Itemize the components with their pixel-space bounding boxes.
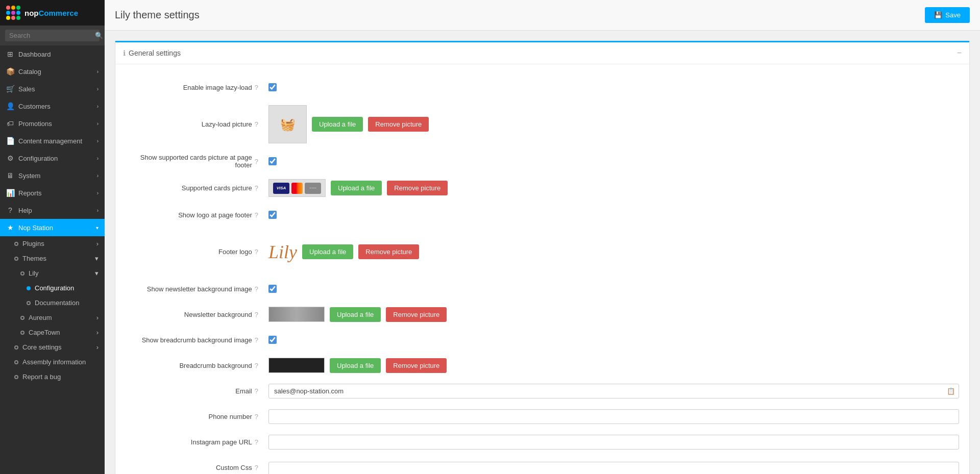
show-breadcrumb-bg-row: Show breadcrumb background image ? <box>115 327 969 353</box>
logo-dots <box>6 6 20 20</box>
sidebar-subitem-core-settings[interactable]: Core settings › <box>0 340 105 355</box>
sidebar-item-customers[interactable]: 👤 Customers › <box>0 97 105 115</box>
help-icon[interactable]: ? <box>255 285 258 293</box>
instagram-control <box>268 435 959 450</box>
sidebar-item-label: Configuration <box>18 155 58 162</box>
custom-css-textarea[interactable] <box>268 462 959 474</box>
help-icon[interactable]: ? <box>255 158 258 165</box>
show-newsletter-bg-checkbox[interactable] <box>268 285 277 293</box>
sidebar-subitem-report-bug[interactable]: Report a bug <box>0 369 105 384</box>
email-input[interactable] <box>268 384 959 398</box>
remove-newsletter-bg-button[interactable]: Remove picture <box>386 307 447 322</box>
show-breadcrumb-bg-checkbox[interactable] <box>268 336 277 344</box>
remove-footer-logo-button[interactable]: Remove picture <box>358 244 419 259</box>
enable-lazy-load-row: Enable image lazy-load ? <box>115 74 969 100</box>
sidebar-subitem-configuration[interactable]: Configuration <box>0 281 105 295</box>
sidebar-subitem-themes[interactable]: Themes ▾ <box>0 251 105 266</box>
sidebar-item-configuration[interactable]: ⚙ Configuration › <box>0 149 105 167</box>
sidebar-item-dashboard[interactable]: ⊞ Dashboard <box>0 45 105 63</box>
sidebar-item-label: Sales <box>18 85 35 93</box>
search-input-wrapper[interactable]: 🔍 <box>5 30 100 41</box>
help-icon[interactable]: ? <box>255 387 258 395</box>
instagram-input[interactable] <box>268 435 959 450</box>
help-icon[interactable]: ? <box>255 120 258 128</box>
sidebar-item-reports[interactable]: 📊 Reports › <box>0 184 105 202</box>
phone-row: Phone number ? <box>115 404 969 429</box>
help-icon[interactable]: ? <box>255 84 258 91</box>
upload-newsletter-bg-button[interactable]: Upload a file <box>330 307 381 322</box>
help-icon[interactable]: ? <box>255 184 258 192</box>
sidebar-item-label: Content management <box>18 137 82 145</box>
content-icon: 📄 <box>6 137 14 145</box>
sidebar-subitem-lily[interactable]: Lily ▾ <box>0 266 105 281</box>
mastercard-chip <box>291 183 303 194</box>
help-icon[interactable]: ? <box>255 248 258 256</box>
breadcrumb-bg-label: Breadcrumb background ? <box>126 362 268 369</box>
custom-css-row: Custom Css ? <box>115 455 969 474</box>
show-cards-checkbox[interactable] <box>268 157 277 165</box>
remove-cards-button[interactable]: Remove picture <box>387 181 448 195</box>
help-icon[interactable]: ? <box>255 311 258 318</box>
help-icon[interactable]: ? <box>255 464 258 471</box>
sidebar-subitem-plugins[interactable]: Plugins › <box>0 236 105 251</box>
sidebar-subitem-assembly-info[interactable]: Assembly information <box>0 355 105 369</box>
show-cards-label: Show supported cards picture at page foo… <box>126 154 268 169</box>
upload-cards-button[interactable]: Upload a file <box>331 181 382 195</box>
chevron-down-icon: ▾ <box>95 269 99 277</box>
circle-icon <box>14 242 18 246</box>
sidebar-item-nop-station[interactable]: ★ Nop Station ▾ <box>0 219 105 236</box>
logo-text: nopCommerce <box>24 9 78 17</box>
sidebar-item-label: CapeTown <box>29 329 60 336</box>
circle-icon <box>20 271 24 276</box>
dashboard-icon: ⊞ <box>6 50 14 58</box>
phone-input[interactable] <box>268 409 959 424</box>
sidebar-item-catalog[interactable]: 📦 Catalog › <box>0 63 105 80</box>
chevron-right-icon: › <box>96 314 99 321</box>
sidebar-item-label: Catalog <box>18 68 41 76</box>
search-input[interactable] <box>9 32 95 39</box>
email-control: 📋 <box>268 384 959 398</box>
chevron-right-icon: › <box>97 121 99 127</box>
copy-icon[interactable]: 📋 <box>947 387 955 395</box>
newsletter-bg-preview <box>268 307 325 322</box>
show-cards-control <box>268 157 959 165</box>
upload-breadcrumb-bg-button[interactable]: Upload a file <box>330 358 381 373</box>
sidebar: nopCommerce 🔍 ⊞ Dashboard 📦 Catalog › 🛒 … <box>0 0 105 474</box>
upload-footer-logo-button[interactable]: Upload a file <box>302 244 353 259</box>
search-icon: 🔍 <box>95 32 103 39</box>
search-box: 🔍 <box>0 26 105 45</box>
show-breadcrumb-bg-label: Show breadcrumb background image ? <box>126 336 268 344</box>
sidebar-item-promotions[interactable]: 🏷 Promotions › <box>0 115 105 132</box>
content-area: ℹ General settings − Enable image lazy-l… <box>105 31 980 474</box>
phone-label: Phone number ? <box>126 413 268 420</box>
help-icon[interactable]: ? <box>255 362 258 369</box>
enable-lazy-load-control <box>268 83 959 91</box>
save-button[interactable]: 💾 Save <box>925 7 970 23</box>
sidebar-item-help[interactable]: ? Help › <box>0 202 105 219</box>
sidebar-item-sales[interactable]: 🛒 Sales › <box>0 80 105 97</box>
help-icon[interactable]: ? <box>255 438 258 446</box>
lily-logo: Lily <box>268 241 297 263</box>
chevron-right-icon: › <box>97 208 99 213</box>
help-icon[interactable]: ? <box>255 336 258 344</box>
collapse-button[interactable]: − <box>957 48 962 58</box>
show-newsletter-bg-row: Show newsletter background image ? <box>115 276 969 302</box>
upload-lazy-load-button[interactable]: Upload a file <box>312 117 363 132</box>
sidebar-subitem-documentation[interactable]: Documentation <box>0 295 105 310</box>
circle-icon <box>20 316 24 320</box>
remove-lazy-load-button[interactable]: Remove picture <box>368 117 429 132</box>
sidebar-item-content-management[interactable]: 📄 Content management › <box>0 132 105 149</box>
help-icon[interactable]: ? <box>255 413 258 420</box>
chevron-right-icon: › <box>97 104 99 109</box>
sidebar-subitem-capetown[interactable]: CapeTown › <box>0 325 105 340</box>
show-logo-checkbox[interactable] <box>268 211 277 219</box>
sidebar-item-label: Lily <box>29 269 39 277</box>
info-icon: ℹ <box>123 49 126 57</box>
sidebar-subitem-aureum[interactable]: Aureum › <box>0 310 105 325</box>
remove-breadcrumb-bg-button[interactable]: Remove picture <box>386 358 447 373</box>
config-icon: ⚙ <box>6 154 14 162</box>
help-icon[interactable]: ? <box>255 211 258 219</box>
enable-lazy-load-checkbox[interactable] <box>268 83 277 91</box>
sidebar-item-system[interactable]: 🖥 System › <box>0 167 105 184</box>
sidebar-item-label: Themes <box>22 255 46 262</box>
